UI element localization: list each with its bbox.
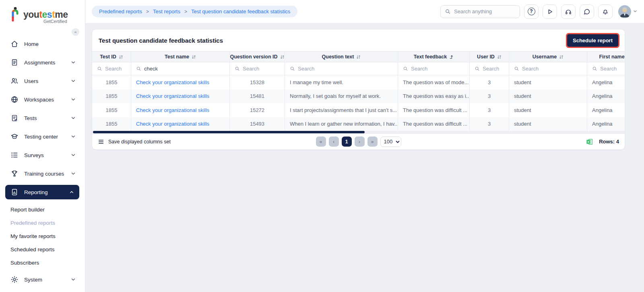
search-icon bbox=[514, 66, 519, 71]
graduation-cap-icon bbox=[10, 133, 19, 141]
cell-test-id: 1855 bbox=[92, 117, 131, 131]
sidebar-item-label: Workspaces bbox=[24, 97, 54, 103]
chevron-down-icon bbox=[70, 134, 76, 139]
sidebar-item-tests[interactable]: Tests bbox=[0, 109, 85, 127]
column-header-test-name[interactable]: Test name bbox=[131, 52, 230, 62]
schedule-report-button[interactable]: Schedule report bbox=[567, 34, 618, 47]
table-footer: Save displayed columns set « ‹ 1 › » 100 bbox=[92, 133, 625, 149]
export-excel-button[interactable]: X bbox=[586, 138, 593, 145]
search-input[interactable] bbox=[454, 8, 516, 14]
tutorial-play-button[interactable] bbox=[543, 4, 557, 19]
breadcrumb: Predefined reports > Test reports > Test… bbox=[92, 6, 297, 17]
excel-icon: X bbox=[586, 138, 593, 145]
filter-question-version-id[interactable] bbox=[243, 66, 280, 72]
cell-text-feedback: The question was difficult ... bbox=[398, 117, 470, 131]
submenu-item-my-favorite-reports[interactable]: My favorite reports bbox=[0, 230, 85, 243]
cell-question-text: I manage my time well. bbox=[285, 75, 398, 89]
sort-icon bbox=[280, 55, 285, 59]
filter-first-name[interactable] bbox=[600, 66, 625, 72]
column-header-user-id[interactable]: User ID bbox=[470, 52, 509, 62]
messages-button[interactable] bbox=[580, 4, 594, 19]
chevron-down-icon bbox=[70, 152, 76, 158]
trophy-icon bbox=[10, 170, 19, 178]
filter-text-feedback[interactable] bbox=[411, 66, 464, 72]
brand-wordmark: youtestme bbox=[23, 10, 68, 20]
brand-logo[interactable]: youtestme GetCertified bbox=[0, 0, 85, 28]
current-page-button[interactable]: 1 bbox=[342, 137, 352, 147]
column-header-text-feedback[interactable]: Text feedback bbox=[398, 52, 470, 62]
sidebar-item-testing-center[interactable]: Testing center bbox=[0, 127, 85, 146]
column-header-test-id[interactable]: Test ID bbox=[92, 52, 131, 62]
cell-user-id: 3 bbox=[470, 103, 509, 117]
table-row: 1855 Check your organizational skills 15… bbox=[92, 103, 625, 117]
gear-icon bbox=[10, 275, 19, 284]
page-size-select[interactable]: 100 bbox=[380, 137, 401, 147]
first-page-button[interactable]: « bbox=[316, 137, 326, 147]
globe-icon bbox=[10, 95, 19, 104]
sidebar-item-home[interactable]: Home bbox=[0, 35, 85, 53]
column-header-username[interactable]: Username bbox=[509, 52, 587, 62]
filter-test-name[interactable] bbox=[144, 66, 225, 72]
support-button[interactable] bbox=[561, 4, 576, 19]
sidebar-item-label: System bbox=[24, 277, 42, 283]
sidebar-item-label: Training courses bbox=[24, 171, 64, 177]
save-columns-button[interactable]: Save displayed columns set bbox=[98, 139, 171, 145]
users-icon bbox=[10, 77, 19, 85]
test-name-link[interactable]: Check your organizational skills bbox=[136, 121, 209, 127]
test-name-link[interactable]: Check your organizational skills bbox=[136, 107, 209, 113]
search-icon bbox=[592, 66, 597, 71]
cell-question-text: When I learn or gather new information, … bbox=[285, 117, 398, 131]
filter-user-id[interactable] bbox=[483, 66, 504, 72]
breadcrumb-link-test-reports[interactable]: Test reports bbox=[153, 8, 180, 14]
column-header-question-text[interactable]: Question text bbox=[285, 52, 398, 62]
headphones-icon bbox=[565, 8, 572, 15]
help-button[interactable]: ? bbox=[524, 4, 539, 19]
chat-icon bbox=[583, 8, 590, 15]
sidebar-item-assignments[interactable]: Assignments bbox=[0, 53, 85, 72]
table-row: 1855 Check your organizational skills 15… bbox=[92, 117, 625, 131]
home-icon bbox=[10, 40, 19, 48]
filter-question-text[interactable] bbox=[298, 66, 393, 72]
search-icon bbox=[235, 66, 240, 71]
submenu-item-subscribers[interactable]: Subscribers bbox=[0, 256, 85, 269]
sidebar-item-training-courses[interactable]: Training courses bbox=[0, 164, 85, 183]
report-card: Test question candidate feedback statist… bbox=[92, 29, 625, 150]
next-page-button[interactable]: › bbox=[355, 137, 365, 147]
breadcrumb-current-page[interactable]: Test question candidate feedback statist… bbox=[191, 8, 290, 14]
svg-text:X: X bbox=[588, 140, 590, 143]
cell-question-version-id: 15272 bbox=[230, 103, 285, 117]
sidebar-collapse-button[interactable]: « bbox=[72, 28, 79, 36]
chevron-up-icon bbox=[69, 189, 74, 195]
prev-page-button[interactable]: ‹ bbox=[329, 137, 339, 147]
cell-test-id: 1855 bbox=[92, 103, 131, 117]
breadcrumb-link-predefined-reports[interactable]: Predefined reports bbox=[99, 8, 142, 14]
sidebar-item-system[interactable]: System bbox=[0, 270, 85, 289]
breadcrumb-separator: > bbox=[184, 9, 187, 14]
filter-username[interactable] bbox=[522, 66, 582, 72]
sidebar-item-label: Testing center bbox=[24, 134, 58, 140]
test-name-link[interactable]: Check your organizational skills bbox=[136, 93, 209, 99]
test-name-link[interactable]: Check your organizational skills bbox=[136, 79, 209, 85]
submenu-item-scheduled-reports[interactable]: Scheduled reports bbox=[0, 243, 85, 256]
bell-icon bbox=[602, 8, 609, 15]
breadcrumb-separator: > bbox=[146, 9, 149, 14]
notifications-button[interactable] bbox=[598, 4, 613, 19]
sidebar-item-reporting[interactable]: Reporting bbox=[5, 185, 79, 199]
column-header-question-version-id[interactable]: Question version ID bbox=[230, 52, 285, 62]
sort-ascending-icon bbox=[449, 55, 454, 59]
sidebar-item-workspaces[interactable]: Workspaces bbox=[0, 90, 85, 109]
cell-question-version-id: 15493 bbox=[230, 117, 285, 131]
sidebar-item-users[interactable]: Users bbox=[0, 72, 85, 90]
column-header-first-name[interactable]: First name bbox=[587, 52, 625, 62]
list-icon bbox=[10, 151, 19, 159]
sidebar-item-surveys[interactable]: Surveys bbox=[0, 146, 85, 164]
table-viewport: Test ID Test name Question version ID Qu… bbox=[92, 51, 625, 131]
submenu-item-predefined-reports[interactable]: Predefined reports bbox=[0, 216, 85, 230]
user-menu[interactable] bbox=[618, 5, 638, 18]
global-search bbox=[440, 5, 520, 18]
submenu-item-report-builder[interactable]: Report builder bbox=[0, 203, 85, 216]
cell-user-id: 3 bbox=[470, 89, 509, 104]
last-page-button[interactable]: » bbox=[367, 137, 378, 147]
filter-test-id[interactable] bbox=[105, 66, 126, 72]
save-columns-label: Save displayed columns set bbox=[108, 139, 171, 145]
